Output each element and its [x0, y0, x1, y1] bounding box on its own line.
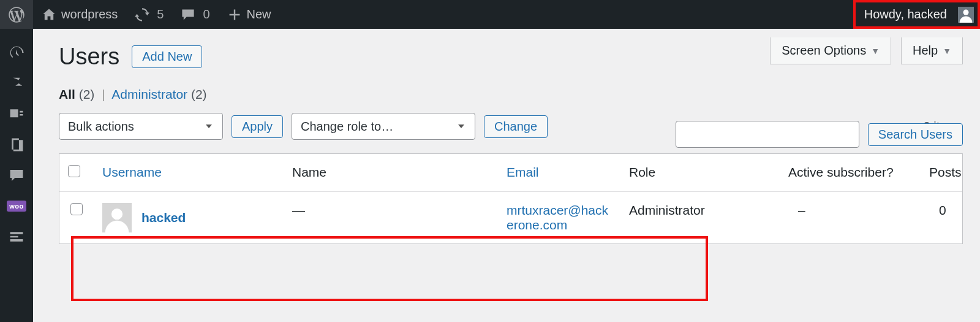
table-row: hacked — mrtuxracer@hackerone.com Admini…	[59, 191, 962, 243]
posts-cell: 0	[921, 191, 962, 243]
menu-pages[interactable]	[0, 129, 33, 160]
change-button[interactable]: Change	[484, 115, 548, 138]
wordpress-icon	[9, 7, 24, 23]
active-sub-cell: –	[780, 191, 921, 243]
collapse-icon	[9, 229, 24, 245]
change-role-select[interactable]: Change role to…	[292, 113, 475, 140]
menu-collapse[interactable]	[0, 221, 33, 252]
pages-icon	[9, 137, 24, 153]
col-posts: Posts	[921, 154, 962, 191]
view-administrator[interactable]: Administrator	[111, 87, 187, 101]
users-table: Username Name Email Role Active subscrib…	[59, 153, 963, 244]
select-all-checkbox[interactable]	[68, 165, 80, 177]
menu-media[interactable]	[0, 99, 33, 129]
menu-comments[interactable]	[0, 160, 33, 191]
menu-woocommerce[interactable]: woo	[0, 191, 33, 221]
views-filter: All (2) | Administrator (2)	[59, 87, 963, 102]
chevron-down-icon: ▼	[943, 46, 951, 56]
add-new-button[interactable]: Add New	[132, 45, 202, 68]
bulk-actions-select[interactable]: Bulk actions	[59, 113, 223, 140]
wp-logo[interactable]	[0, 0, 33, 29]
search-users-button[interactable]: Search Users	[868, 123, 963, 146]
apply-button[interactable]: Apply	[232, 115, 283, 138]
col-email[interactable]: Email	[498, 154, 620, 191]
comment-icon	[181, 7, 195, 22]
refresh-icon	[135, 7, 149, 22]
comments-count: 0	[203, 7, 209, 21]
help-tab[interactable]: Help▼	[901, 37, 963, 64]
page-title: Users	[59, 44, 119, 70]
my-account[interactable]: Howdy, hacked	[856, 0, 974, 29]
username-link[interactable]: hacked	[141, 210, 186, 225]
col-active-subscriber: Active subscriber?	[780, 154, 921, 191]
avatar-icon	[958, 7, 974, 23]
admin-menu: woo	[0, 29, 33, 322]
woo-icon: woo	[7, 201, 26, 212]
media-icon	[9, 106, 24, 122]
dashboard-icon	[9, 45, 24, 61]
howdy-text: Howdy, hacked	[864, 7, 947, 21]
howdy-highlight: Howdy, hacked	[853, 0, 980, 29]
comments[interactable]: 0	[172, 0, 218, 29]
col-name: Name	[284, 154, 498, 191]
home-icon	[42, 7, 56, 22]
avatar-icon	[102, 203, 132, 232]
search-input[interactable]	[676, 121, 859, 148]
new-label: New	[247, 7, 271, 21]
username-cell: hacked	[102, 203, 275, 232]
new-content[interactable]: New	[219, 0, 280, 29]
updates-count: 5	[157, 7, 164, 21]
chevron-down-icon: ▼	[871, 46, 880, 56]
col-role: Role	[620, 154, 780, 191]
row-checkbox[interactable]	[70, 203, 83, 215]
comments-icon	[9, 167, 24, 183]
row-highlight-annotation	[71, 236, 708, 301]
plus-icon	[227, 7, 242, 22]
col-username[interactable]: Username	[94, 154, 284, 191]
admin-bar: wordpress 5 0 New Howdy, hacked	[0, 0, 980, 29]
contextual-tabs: Screen Options▼ Help▼	[770, 37, 963, 64]
role-cell: Administrator	[620, 191, 780, 243]
menu-dashboard[interactable]	[0, 37, 33, 68]
menu-posts[interactable]	[0, 68, 33, 99]
email-link[interactable]: mrtuxracer@hackerone.com	[507, 203, 612, 232]
screen-options-tab[interactable]: Screen Options▼	[770, 37, 891, 64]
site-name: wordpress	[61, 7, 118, 21]
pin-icon	[9, 75, 24, 91]
site-home[interactable]: wordpress	[33, 0, 126, 29]
view-all[interactable]: All	[59, 87, 75, 101]
main-content: Screen Options▼ Help▼ Users Add New All …	[33, 29, 980, 322]
updates[interactable]: 5	[126, 0, 172, 29]
name-cell: —	[284, 191, 498, 243]
